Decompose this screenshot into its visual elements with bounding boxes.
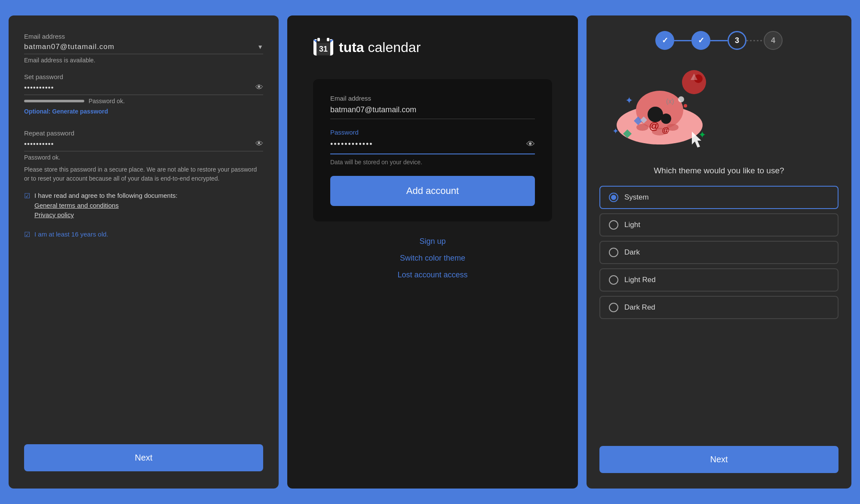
theme-options-list: SystemLightDarkLight RedDark Red	[599, 186, 838, 319]
radio-light	[609, 220, 618, 230]
age-checkbox-row: ☑ I am at least 16 years old.	[24, 230, 263, 240]
svg-rect-7	[327, 38, 329, 41]
age-checkbox-text: I am at least 16 years old.	[34, 230, 108, 240]
password-input-row: •••••••••• 👁	[24, 83, 263, 95]
right-next-button[interactable]: Next	[599, 446, 838, 473]
theme-label-light-red: Light Red	[624, 276, 656, 284]
repeat-password-ok: Password ok.	[24, 154, 263, 161]
password-ok-text: Password ok.	[89, 98, 125, 104]
left-next-button[interactable]: Next	[24, 444, 263, 471]
login-password-dots: ••••••••••••	[330, 140, 526, 149]
step-1-circle: ✓	[655, 31, 674, 50]
radio-dark-red	[609, 303, 618, 312]
terms-checkbox-text: I have read and agree to the following d…	[34, 191, 178, 220]
svg-text:✦: ✦	[612, 127, 619, 135]
theme-label-dark: Dark	[624, 248, 640, 257]
set-password-label: Set password	[24, 73, 263, 80]
step-line-3	[746, 40, 764, 41]
theme-illustration: ✦ ✦ ✦ (x) @ @	[599, 63, 711, 157]
theme-label-light: Light	[624, 221, 640, 229]
repeat-password-label: Repeat password	[24, 129, 263, 137]
step-indicator: ✓ ✓ 3 4	[599, 31, 838, 50]
eye-icon-password[interactable]: 👁	[255, 83, 263, 92]
theme-option-light-red[interactable]: Light Red	[599, 268, 838, 292]
email-input-row: batman07@tutamail.com ▼	[24, 43, 263, 54]
login-password-label: Password	[330, 129, 535, 136]
terms-checkbox-section: ☑ I have read and agree to the following…	[24, 191, 263, 223]
step-4-circle: 4	[764, 31, 783, 50]
theme-option-dark[interactable]: Dark	[599, 241, 838, 264]
theme-option-dark-red[interactable]: Dark Red	[599, 296, 838, 319]
svg-text:@: @	[649, 120, 659, 132]
eye-icon-repeat-password[interactable]: 👁	[255, 139, 263, 148]
left-panel: Email address batman07@tutamail.com ▼ Em…	[9, 15, 279, 489]
sign-up-link[interactable]: Sign up	[419, 237, 445, 246]
theme-question: Which theme would you like to use?	[599, 166, 838, 175]
login-email-value: batman07@tutamail.com	[330, 105, 535, 119]
login-password-row: •••••••••••• 👁	[330, 139, 535, 154]
email-value: batman07@tutamail.com	[24, 43, 257, 51]
svg-point-25	[678, 96, 684, 102]
login-hint-text: Data will be stored on your device.	[330, 159, 535, 166]
step-3-circle: 3	[728, 31, 746, 50]
theme-option-system[interactable]: System	[599, 186, 838, 209]
tuta-logo: 31 tuta calendar	[313, 37, 421, 58]
age-checkbox-icon[interactable]: ☑	[24, 230, 30, 239]
svg-text:✦: ✦	[698, 129, 706, 140]
email-field-label: Email address	[24, 33, 263, 40]
theme-option-light[interactable]: Light	[599, 213, 838, 237]
radio-inner-system	[611, 195, 616, 200]
theme-label-system: System	[624, 193, 649, 202]
tuta-logo-text: tuta calendar	[339, 40, 421, 55]
theme-label-dark-red: Dark Red	[624, 303, 655, 312]
email-status: Email address is available.	[24, 57, 263, 64]
lost-access-link[interactable]: Lost account access	[397, 270, 467, 280]
password-dots: ••••••••••	[24, 83, 255, 92]
dropdown-arrow-icon[interactable]: ▼	[257, 43, 263, 50]
privacy-link[interactable]: Privacy policy	[34, 211, 74, 218]
password-strength-row: Password ok.	[24, 98, 263, 104]
step-2-circle: ✓	[691, 31, 710, 50]
terms-checkbox-row: ☑ I have read and agree to the following…	[24, 191, 263, 220]
password-strength-bar	[24, 100, 84, 102]
center-links: Sign up Switch color theme Lost account …	[313, 237, 552, 280]
svg-text:@: @	[662, 126, 670, 135]
step-line-1	[674, 40, 691, 41]
radio-dark	[609, 248, 618, 257]
repeat-password-input-row: •••••••••• 👁	[24, 139, 263, 151]
radio-system	[609, 193, 618, 202]
step-line-2	[710, 40, 728, 41]
svg-text:31: 31	[319, 45, 328, 53]
center-panel: 31 tuta calendar Email address batman07@…	[287, 15, 578, 489]
svg-rect-6	[317, 38, 320, 41]
svg-point-26	[684, 104, 687, 108]
login-email-label: Email address	[330, 95, 535, 102]
ufo-illustration-svg: ✦ ✦ ✦ (x) @ @	[599, 65, 711, 155]
radio-light-red	[609, 275, 618, 285]
svg-text:✦: ✦	[625, 95, 633, 106]
login-eye-icon[interactable]: 👁	[526, 139, 535, 149]
login-form: Email address batman07@tutamail.com Pass…	[313, 79, 552, 221]
add-account-button[interactable]: Add account	[330, 176, 535, 206]
svg-text:(x): (x)	[666, 98, 674, 105]
switch-theme-link[interactable]: Switch color theme	[400, 254, 465, 263]
right-panel: ✓ ✓ 3 4	[587, 15, 851, 489]
terms-link[interactable]: General terms and conditions	[34, 202, 119, 209]
svg-point-13	[661, 114, 671, 124]
tuta-logo-icon: 31	[313, 37, 334, 58]
generate-password-link[interactable]: Optional: Generate password	[24, 108, 263, 115]
terms-checkbox-icon[interactable]: ☑	[24, 192, 30, 200]
repeat-password-dots: ••••••••••	[24, 140, 255, 148]
security-info: Please store this password in a secure p…	[24, 165, 263, 183]
